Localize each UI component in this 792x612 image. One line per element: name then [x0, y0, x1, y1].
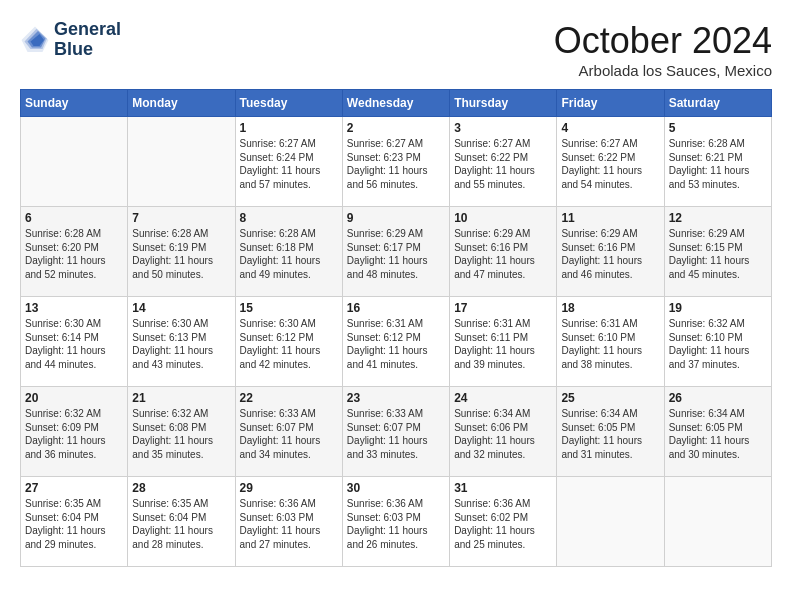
- calendar-header-row: SundayMondayTuesdayWednesdayThursdayFrid…: [21, 90, 772, 117]
- calendar-cell: 9Sunrise: 6:29 AM Sunset: 6:17 PM Daylig…: [342, 207, 449, 297]
- calendar-cell: 26Sunrise: 6:34 AM Sunset: 6:05 PM Dayli…: [664, 387, 771, 477]
- calendar-cell: [557, 477, 664, 567]
- location: Arbolada los Sauces, Mexico: [554, 62, 772, 79]
- day-number: 18: [561, 301, 659, 315]
- title-section: October 2024 Arbolada los Sauces, Mexico: [554, 20, 772, 79]
- day-info: Sunrise: 6:30 AM Sunset: 6:14 PM Dayligh…: [25, 317, 123, 371]
- calendar-cell: 12Sunrise: 6:29 AM Sunset: 6:15 PM Dayli…: [664, 207, 771, 297]
- day-number: 12: [669, 211, 767, 225]
- day-number: 28: [132, 481, 230, 495]
- day-number: 13: [25, 301, 123, 315]
- day-info: Sunrise: 6:31 AM Sunset: 6:12 PM Dayligh…: [347, 317, 445, 371]
- day-number: 8: [240, 211, 338, 225]
- calendar-cell: [21, 117, 128, 207]
- calendar-cell: 4Sunrise: 6:27 AM Sunset: 6:22 PM Daylig…: [557, 117, 664, 207]
- calendar-body: 1Sunrise: 6:27 AM Sunset: 6:24 PM Daylig…: [21, 117, 772, 567]
- day-info: Sunrise: 6:32 AM Sunset: 6:08 PM Dayligh…: [132, 407, 230, 461]
- calendar-cell: 22Sunrise: 6:33 AM Sunset: 6:07 PM Dayli…: [235, 387, 342, 477]
- calendar-cell: 1Sunrise: 6:27 AM Sunset: 6:24 PM Daylig…: [235, 117, 342, 207]
- calendar-cell: 14Sunrise: 6:30 AM Sunset: 6:13 PM Dayli…: [128, 297, 235, 387]
- day-number: 26: [669, 391, 767, 405]
- day-info: Sunrise: 6:32 AM Sunset: 6:09 PM Dayligh…: [25, 407, 123, 461]
- logo: General Blue: [20, 20, 121, 60]
- day-number: 20: [25, 391, 123, 405]
- calendar-day-header: Tuesday: [235, 90, 342, 117]
- day-number: 21: [132, 391, 230, 405]
- calendar-cell: 19Sunrise: 6:32 AM Sunset: 6:10 PM Dayli…: [664, 297, 771, 387]
- day-number: 4: [561, 121, 659, 135]
- day-info: Sunrise: 6:28 AM Sunset: 6:21 PM Dayligh…: [669, 137, 767, 191]
- calendar-day-header: Thursday: [450, 90, 557, 117]
- day-info: Sunrise: 6:35 AM Sunset: 6:04 PM Dayligh…: [25, 497, 123, 551]
- day-number: 14: [132, 301, 230, 315]
- calendar-cell: 13Sunrise: 6:30 AM Sunset: 6:14 PM Dayli…: [21, 297, 128, 387]
- day-number: 30: [347, 481, 445, 495]
- calendar-cell: 30Sunrise: 6:36 AM Sunset: 6:03 PM Dayli…: [342, 477, 449, 567]
- day-info: Sunrise: 6:27 AM Sunset: 6:22 PM Dayligh…: [454, 137, 552, 191]
- day-number: 16: [347, 301, 445, 315]
- calendar-cell: 28Sunrise: 6:35 AM Sunset: 6:04 PM Dayli…: [128, 477, 235, 567]
- calendar-cell: 21Sunrise: 6:32 AM Sunset: 6:08 PM Dayli…: [128, 387, 235, 477]
- calendar-cell: 27Sunrise: 6:35 AM Sunset: 6:04 PM Dayli…: [21, 477, 128, 567]
- calendar-cell: 16Sunrise: 6:31 AM Sunset: 6:12 PM Dayli…: [342, 297, 449, 387]
- calendar-cell: 20Sunrise: 6:32 AM Sunset: 6:09 PM Dayli…: [21, 387, 128, 477]
- calendar-cell: [664, 477, 771, 567]
- day-info: Sunrise: 6:29 AM Sunset: 6:16 PM Dayligh…: [454, 227, 552, 281]
- calendar-week-row: 6Sunrise: 6:28 AM Sunset: 6:20 PM Daylig…: [21, 207, 772, 297]
- day-number: 3: [454, 121, 552, 135]
- calendar-cell: 17Sunrise: 6:31 AM Sunset: 6:11 PM Dayli…: [450, 297, 557, 387]
- day-number: 22: [240, 391, 338, 405]
- calendar-cell: 6Sunrise: 6:28 AM Sunset: 6:20 PM Daylig…: [21, 207, 128, 297]
- day-info: Sunrise: 6:34 AM Sunset: 6:05 PM Dayligh…: [561, 407, 659, 461]
- day-info: Sunrise: 6:29 AM Sunset: 6:15 PM Dayligh…: [669, 227, 767, 281]
- day-info: Sunrise: 6:29 AM Sunset: 6:17 PM Dayligh…: [347, 227, 445, 281]
- day-number: 15: [240, 301, 338, 315]
- day-number: 17: [454, 301, 552, 315]
- day-number: 25: [561, 391, 659, 405]
- day-info: Sunrise: 6:28 AM Sunset: 6:18 PM Dayligh…: [240, 227, 338, 281]
- day-number: 19: [669, 301, 767, 315]
- day-number: 29: [240, 481, 338, 495]
- calendar-table: SundayMondayTuesdayWednesdayThursdayFrid…: [20, 89, 772, 567]
- day-info: Sunrise: 6:36 AM Sunset: 6:03 PM Dayligh…: [240, 497, 338, 551]
- calendar-cell: 10Sunrise: 6:29 AM Sunset: 6:16 PM Dayli…: [450, 207, 557, 297]
- calendar-cell: 24Sunrise: 6:34 AM Sunset: 6:06 PM Dayli…: [450, 387, 557, 477]
- calendar-cell: 25Sunrise: 6:34 AM Sunset: 6:05 PM Dayli…: [557, 387, 664, 477]
- day-info: Sunrise: 6:28 AM Sunset: 6:19 PM Dayligh…: [132, 227, 230, 281]
- calendar-day-header: Saturday: [664, 90, 771, 117]
- calendar-cell: 11Sunrise: 6:29 AM Sunset: 6:16 PM Dayli…: [557, 207, 664, 297]
- day-number: 7: [132, 211, 230, 225]
- day-info: Sunrise: 6:29 AM Sunset: 6:16 PM Dayligh…: [561, 227, 659, 281]
- day-info: Sunrise: 6:36 AM Sunset: 6:02 PM Dayligh…: [454, 497, 552, 551]
- day-number: 10: [454, 211, 552, 225]
- day-info: Sunrise: 6:31 AM Sunset: 6:10 PM Dayligh…: [561, 317, 659, 371]
- day-info: Sunrise: 6:35 AM Sunset: 6:04 PM Dayligh…: [132, 497, 230, 551]
- page-header: General Blue October 2024 Arbolada los S…: [20, 20, 772, 79]
- calendar-cell: [128, 117, 235, 207]
- day-number: 11: [561, 211, 659, 225]
- calendar-cell: 15Sunrise: 6:30 AM Sunset: 6:12 PM Dayli…: [235, 297, 342, 387]
- day-number: 31: [454, 481, 552, 495]
- day-info: Sunrise: 6:31 AM Sunset: 6:11 PM Dayligh…: [454, 317, 552, 371]
- calendar-cell: 3Sunrise: 6:27 AM Sunset: 6:22 PM Daylig…: [450, 117, 557, 207]
- day-info: Sunrise: 6:30 AM Sunset: 6:13 PM Dayligh…: [132, 317, 230, 371]
- day-number: 27: [25, 481, 123, 495]
- calendar-day-header: Wednesday: [342, 90, 449, 117]
- day-info: Sunrise: 6:33 AM Sunset: 6:07 PM Dayligh…: [240, 407, 338, 461]
- day-info: Sunrise: 6:27 AM Sunset: 6:22 PM Dayligh…: [561, 137, 659, 191]
- calendar-cell: 2Sunrise: 6:27 AM Sunset: 6:23 PM Daylig…: [342, 117, 449, 207]
- logo-text: General Blue: [54, 20, 121, 60]
- logo-icon: [20, 25, 50, 55]
- calendar-week-row: 20Sunrise: 6:32 AM Sunset: 6:09 PM Dayli…: [21, 387, 772, 477]
- calendar-day-header: Friday: [557, 90, 664, 117]
- day-info: Sunrise: 6:28 AM Sunset: 6:20 PM Dayligh…: [25, 227, 123, 281]
- calendar-day-header: Sunday: [21, 90, 128, 117]
- day-info: Sunrise: 6:32 AM Sunset: 6:10 PM Dayligh…: [669, 317, 767, 371]
- calendar-cell: 5Sunrise: 6:28 AM Sunset: 6:21 PM Daylig…: [664, 117, 771, 207]
- day-number: 5: [669, 121, 767, 135]
- month-title: October 2024: [554, 20, 772, 62]
- calendar-week-row: 1Sunrise: 6:27 AM Sunset: 6:24 PM Daylig…: [21, 117, 772, 207]
- calendar-cell: 23Sunrise: 6:33 AM Sunset: 6:07 PM Dayli…: [342, 387, 449, 477]
- calendar-week-row: 13Sunrise: 6:30 AM Sunset: 6:14 PM Dayli…: [21, 297, 772, 387]
- calendar-cell: 29Sunrise: 6:36 AM Sunset: 6:03 PM Dayli…: [235, 477, 342, 567]
